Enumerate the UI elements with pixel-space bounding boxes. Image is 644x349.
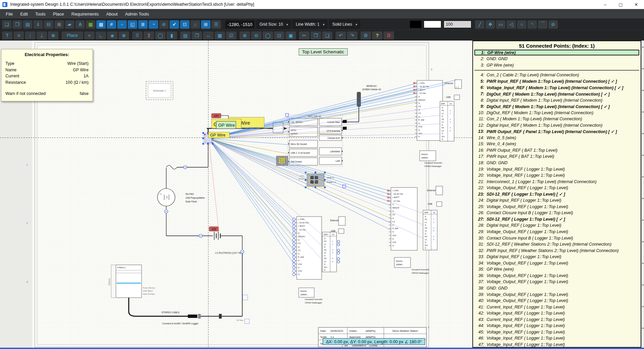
connected-point-row[interactable]: 28:Digital Input_REF ( Logger 1::Top Lev… [474,222,639,229]
connected-point-row[interactable]: 24:Digital Input_REF ( Logger 1::Top Lev… [474,197,639,204]
save-all-button[interactable]: ⇓ [33,20,43,29]
connected-point-row[interactable]: 25:Voltage_Output_REF ( Logger 1::Top Le… [474,204,639,210]
web-globe-button[interactable]: ⊕ [48,31,58,40]
connected-point-row[interactable]: 18:GND: GND [474,160,639,166]
connected-point-row[interactable]: 5:PWR Input_REF ( Modem 1::Top Level) (I… [474,78,639,85]
line-style-dropdown[interactable]: Solid Lines▾ [329,20,360,28]
connected-point-row[interactable]: 29:Voltage_Output_REF ( Logger 1::Top Le… [474,229,639,235]
connected-point-row[interactable]: 13:PWR Output_REF ( Panel 1::Top Level) … [474,128,639,135]
polygon-tool-button[interactable]: ◁ [506,20,516,29]
connected-point-row[interactable]: 35:GP Wire (wire) [474,266,639,273]
grid-size-dropdown[interactable]: Grid Size: 10▾ [257,20,291,28]
menu-tools[interactable]: Tools [31,10,49,18]
line-color-swatch[interactable] [410,21,421,28]
maximize-button[interactable]: ▢ [613,0,628,9]
undo-button[interactable]: ↶ [336,31,346,40]
keyboard-button[interactable]: ⌂ [191,20,200,29]
import-up-button[interactable]: ↥ [144,31,154,40]
arc-page-button[interactable]: ◔ [149,20,158,29]
layers-button[interactable]: ≣ [138,20,148,29]
connected-point-row[interactable]: 32:PWR Input_REF ( Weather Stations 2::T… [474,247,639,254]
corner-button[interactable]: ∟ [96,31,106,40]
chip-button[interactable]: ▦ [86,20,95,29]
connected-point-row[interactable]: 9:DigOut_REF ( Modem 1::Top Level) (Inte… [474,103,639,110]
flag-list-button[interactable]: ☰ [212,20,221,29]
connected-point-row[interactable]: 42:Voltage_Input_REF ( Logger 1::Top Lev… [474,310,639,317]
connected-point-row[interactable]: 26:Contact Closure Input B ( Logger 1::T… [474,210,639,216]
connected-point-row[interactable]: 23:SDI-12_REF ( Logger 1::Top Level) [ ✓… [474,191,639,197]
print-preview-button[interactable]: ⊞ [54,20,64,29]
line-tool-button[interactable]: ╱ [475,20,485,29]
connected-point-row[interactable]: 40:Voltage_Output_REF ( Logger 1::Top Le… [474,298,639,304]
outline-list-button[interactable]: ⋮ [25,31,35,40]
align-text-button[interactable]: ≡ [14,31,24,40]
connected-point-row[interactable]: 37:Voltage_Output_REF ( Logger 1::Top Le… [474,279,639,285]
connected-point-row[interactable]: 21:Interconnect_1 ( Logger 1::Top Level)… [474,178,639,185]
connected-point-row[interactable]: 8:Digital Input_REF ( Modem 1::Top Level… [474,97,639,103]
connected-point-row[interactable]: 1:GP Wire (wire) [474,50,639,55]
snap-grid-button[interactable]: # [107,20,116,29]
bom-list-button[interactable]: ▤ [180,31,191,40]
open-file-button[interactable]: ❒ [13,20,22,29]
save-button[interactable]: ▤ [23,20,32,29]
panel-scrollbar[interactable] [641,41,644,348]
connected-point-row[interactable]: 45:Voltage_Input_REF ( Logger 1::Top Lev… [474,329,639,335]
dot-grid-button[interactable]: ▫ [117,20,127,29]
netlist-button[interactable]: ⋔ [75,20,85,29]
curve-tool-button[interactable]: ⌒ [538,20,547,29]
place-button[interactable]: Place [61,31,83,40]
fill-color-swatch[interactable] [424,21,441,28]
arc-tool-button[interactable]: ◝ [527,20,537,29]
connected-point-row[interactable]: 47:Voltage_Input_REF ( Logger 1::Top Lev… [474,342,639,348]
circle-tool-button[interactable]: ○ [517,20,526,29]
connected-point-row[interactable]: 19:Voltage_Input_REF ( Logger 1::Top Lev… [474,166,639,172]
menu-edit[interactable]: Edit [17,10,31,18]
menu-place[interactable]: Place [49,10,68,18]
connected-point-row[interactable]: 33:Digital Input_REF ( Logger 1::Top Lev… [474,254,639,260]
connected-point-row[interactable]: 2:GND: GND [474,56,639,62]
connected-point-row[interactable]: 46:Voltage_Input_REF ( Logger 1::Top Lev… [474,335,639,342]
ground-symbol-button[interactable]: ⊥ [36,31,47,40]
zoom-region-button[interactable]: ▣ [286,31,296,40]
label-tag-button[interactable]: ◈ [107,31,118,40]
connected-point-row[interactable]: 16:PWR Output_REF ( BAT 1::Top Level) [474,147,639,154]
connected-point-row[interactable]: 15:Wire_0_4 (wire) [474,141,639,147]
copy-button[interactable]: ❐ [311,31,321,40]
help-button[interactable]: ? [372,31,382,40]
ellipse-tool-button[interactable]: ⊘ [548,20,558,29]
page-layout-button[interactable]: ◱ [128,20,137,29]
folder-button[interactable]: ▰ [65,20,74,29]
connected-point-row[interactable]: 43:Current_Input_REF ( Logger 1::Top Lev… [474,316,639,323]
zoom-in-button[interactable]: ⊕ [240,31,250,40]
text-tool-button[interactable]: T [2,31,13,40]
paste-button[interactable]: ❑ [322,31,332,40]
close-button[interactable]: ✕ [628,0,644,9]
connected-point-row[interactable]: 3:GP Wire (wire) [474,62,639,69]
schematic-canvas[interactable]: 1 2 3 0 3 Schematic 1 BENELEC 024584 Cel… [0,41,472,348]
connected-point-row[interactable]: 12:Digital Input_REF ( Modem 1::Top Leve… [474,122,639,128]
connected-point-row[interactable]: 30:Contact Closure Input B ( Logger 1::T… [474,235,639,241]
connected-point-row[interactable]: 14:Wire_0_5 (wire) [474,135,639,141]
compass-button[interactable]: ⊘ [159,20,169,29]
selection-marquee-button[interactable]: ⊡ [180,20,190,29]
grid-toggle-button[interactable]: ▦ [96,20,106,29]
connected-point-row[interactable]: 39:Voltage_Output_REF ( Logger 1::Top Le… [474,291,639,298]
print-button[interactable]: ⊟ [44,20,53,29]
connected-point-row[interactable]: 44:Voltage_Input_REF ( Logger 1::Top Lev… [474,323,639,329]
connected-point-row[interactable]: 34:Voltage_Output_REF ( Logger 1::Top Le… [474,260,639,267]
select-region-button[interactable]: ⠿ [132,31,143,40]
zoom-fit-button[interactable]: ⊡ [274,31,284,40]
pcb-view-button[interactable]: ⊞ [201,20,210,29]
connected-point-row[interactable]: 4:Con_2 ( Cable 2::Top Level) (Internal … [474,72,639,78]
debug-exit-button[interactable]: D [383,31,394,40]
connected-point-row[interactable]: 36:Voltage_Output_REF ( Logger 1::Top Le… [474,273,639,279]
h-resize-button[interactable]: ↔ [203,31,214,40]
wires-button[interactable]: ≈ [84,31,95,40]
wire-cutter-button[interactable]: ✂ [299,31,309,40]
menu-admin-tools[interactable]: Admin Tools [121,10,153,18]
new-file-button[interactable]: ❏ [2,20,11,29]
connected-point-row[interactable]: 6:Voltage_Input_REF ( Modem 1::Top Level… [474,84,639,91]
connected-point-row[interactable]: 22:Voltage_Output_REF ( Logger 1::Top Le… [474,185,639,191]
edit-check-button[interactable]: ☑ [226,31,237,40]
connected-point-row[interactable]: 31:SDI-12_REF ( Weather Stations 2::Top … [474,241,639,248]
